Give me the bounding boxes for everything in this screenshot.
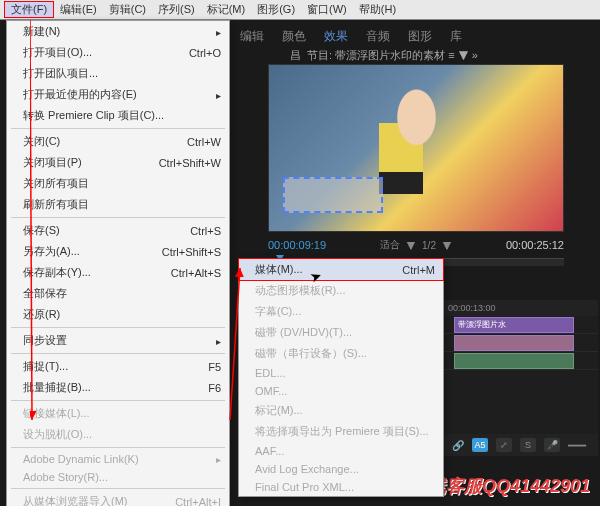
export-menu-item: 磁带（串行设备）(S)... [239,343,443,364]
file-menu-item: Adobe Dynamic Link(K) [7,450,229,468]
export-menu-item: EDL... [239,364,443,382]
watermark-overlay-box[interactable] [283,177,383,213]
timecode-current[interactable]: 00:00:09:19 [268,239,326,251]
export-menu-item: 字幕(C)... [239,301,443,322]
tab-color[interactable]: 颜色 [282,28,306,45]
tab-edit[interactable]: 编辑 [240,28,264,45]
file-menu-item[interactable]: 打开团队项目... [7,63,229,84]
video-clip[interactable]: 带漂浮图片水 [454,317,574,333]
tab-effects[interactable]: 效果 [324,28,348,45]
file-menu-item[interactable]: 保存(S)Ctrl+S [7,220,229,241]
export-menu-item: 动态图形模板(R)... [239,280,443,301]
menu-clip[interactable]: 剪辑(C) [103,2,152,17]
file-menu-item: 设为脱机(O)... [7,424,229,445]
menu-marker[interactable]: 标记(M) [201,2,252,17]
file-menu-item[interactable]: 关闭(C)Ctrl+W [7,131,229,152]
menu-edit[interactable]: 编辑(E) [54,2,103,17]
export-menu-item: 将选择项导出为 Premiere 项目(S)... [239,421,443,442]
export-menu-item: 标记(M)... [239,400,443,421]
tab-library[interactable]: 库 [450,28,462,45]
link-icon[interactable]: 🔗 [452,440,464,451]
menu-sequence[interactable]: 序列(S) [152,2,201,17]
file-menu-item[interactable]: 新建(N) [7,21,229,42]
menu-window[interactable]: 窗口(W) [301,2,353,17]
scale-dropdown[interactable]: 1/2 [422,240,436,251]
file-menu-item[interactable]: 同步设置 [7,330,229,351]
program-panel-title: 昌节目: 带漂浮图片水印的素材 ≡ ⯆ » [290,48,478,63]
video-track[interactable]: 带漂浮图片水 [444,316,598,334]
file-menu-item: Adobe Story(R)... [7,468,229,486]
file-menu-item[interactable]: 打开最近使用的内容(E) [7,84,229,105]
menu-help[interactable]: 帮助(H) [353,2,402,17]
prev-icon[interactable]: S [520,438,536,452]
menu-file[interactable]: 文件(F) [4,1,54,18]
file-menu-item[interactable]: 关闭所有项目 [7,173,229,194]
expand-icon[interactable]: ⤢ [496,438,512,452]
file-menu-item[interactable]: 保存副本(Y)...Ctrl+Alt+S [7,262,229,283]
file-menu-item[interactable]: 打开项目(O)...Ctrl+O [7,42,229,63]
file-menu-item[interactable]: 关闭项目(P)Ctrl+Shift+W [7,152,229,173]
menu-graphics[interactable]: 图形(G) [251,2,301,17]
transport-controls: 🔗 A5 ⤢ S 🎤 ━━━ [444,434,598,456]
file-menu-item[interactable]: 批量捕捉(B)...F6 [7,377,229,398]
file-menu-item[interactable]: 还原(R) [7,304,229,325]
track-a5-button[interactable]: A5 [472,438,488,452]
file-menu-item[interactable]: 另存为(A)...Ctrl+Shift+S [7,241,229,262]
video-track-2[interactable] [444,334,598,352]
export-menu-item[interactable]: 媒体(M)...Ctrl+M [238,258,444,281]
export-menu-item: Final Cut Pro XML... [239,478,443,496]
time-display: 00:00:09:19 适合⯆ 1/2⯆ 00:00:25:12 [268,238,564,252]
timeline-ruler[interactable]: 00:00:13:00 [444,300,598,316]
menubar: 文件(F) 编辑(E) 剪辑(C) 序列(S) 标记(M) 图形(G) 窗口(W… [0,0,600,20]
export-menu-item: AAF... [239,442,443,460]
timecode-duration: 00:00:25:12 [506,239,564,251]
export-menu-item: Avid Log Exchange... [239,460,443,478]
export-submenu: 媒体(M)...Ctrl+M动态图形模板(R)...字幕(C)...磁带 (DV… [238,258,444,497]
export-menu-item: OMF... [239,382,443,400]
workspace-tabs: 编辑 颜色 效果 音频 图形 库 [240,28,462,45]
file-menu-item[interactable]: 全部保存 [7,283,229,304]
timeline-panel: 00:00:13:00 带漂浮图片水 [444,300,598,446]
file-menu-item[interactable]: 刷新所有项目 [7,194,229,215]
volume-icon[interactable]: ━━━ [568,440,586,451]
tab-audio[interactable]: 音频 [366,28,390,45]
export-menu-item: 磁带 (DV/HDV)(T)... [239,322,443,343]
tab-graphics[interactable]: 图形 [408,28,432,45]
file-menu-item[interactable]: 转换 Premiere Clip 项目(C)... [7,105,229,126]
program-monitor[interactable] [268,64,564,232]
mic-icon[interactable]: 🎤 [544,438,560,452]
fit-dropdown[interactable]: 适合 [380,238,400,252]
file-menu-item: 链接媒体(L)... [7,403,229,424]
audio-clip[interactable] [454,353,574,369]
video-clip-2[interactable] [454,335,574,351]
file-menu-item[interactable]: 捕捉(T)...F5 [7,356,229,377]
file-menu-item: 从媒体浏览器导入(M)Ctrl+Alt+I [7,491,229,506]
file-dropdown: 新建(N)打开项目(O)...Ctrl+O打开团队项目...打开最近使用的内容(… [6,20,230,506]
audio-track[interactable] [444,352,598,370]
